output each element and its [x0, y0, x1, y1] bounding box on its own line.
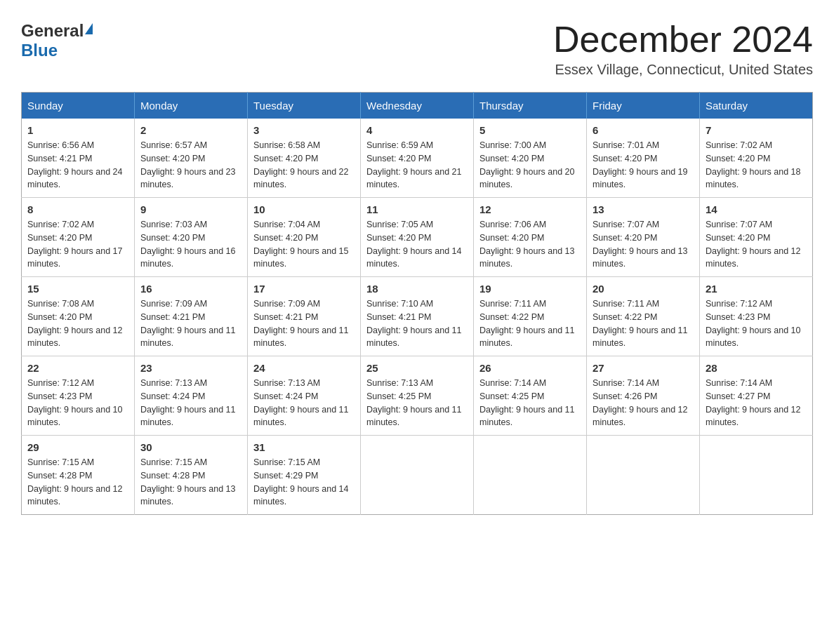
- logo-blue-text: Blue: [21, 41, 58, 60]
- logo: General Blue: [21, 21, 94, 60]
- location-title: Essex Village, Connecticut, United State…: [553, 62, 813, 78]
- day-info: Sunrise: 7:15 AMSunset: 4:29 PMDaylight:…: [253, 457, 349, 507]
- day-info: Sunrise: 7:10 AMSunset: 4:21 PMDaylight:…: [366, 299, 462, 348]
- table-row: 12 Sunrise: 7:06 AMSunset: 4:20 PMDaylig…: [474, 198, 587, 277]
- day-info: Sunrise: 7:06 AMSunset: 4:20 PMDaylight:…: [479, 220, 575, 269]
- table-row: 1 Sunrise: 6:56 AMSunset: 4:21 PMDayligh…: [22, 119, 135, 198]
- day-info: Sunrise: 7:07 AMSunset: 4:20 PMDaylight:…: [593, 220, 688, 269]
- header-wednesday: Wednesday: [361, 93, 474, 119]
- table-row: 2 Sunrise: 6:57 AMSunset: 4:20 PMDayligh…: [135, 119, 248, 198]
- table-row: 8 Sunrise: 7:02 AMSunset: 4:20 PMDayligh…: [22, 198, 135, 277]
- day-number: 13: [593, 203, 694, 215]
- table-row: 31 Sunrise: 7:15 AMSunset: 4:29 PMDaylig…: [248, 436, 361, 515]
- table-row: 24 Sunrise: 7:13 AMSunset: 4:24 PMDaylig…: [248, 356, 361, 436]
- day-number: 24: [253, 362, 355, 374]
- header-tuesday: Tuesday: [248, 93, 361, 119]
- table-row: [587, 436, 700, 515]
- day-number: 1: [27, 124, 128, 136]
- day-info: Sunrise: 7:07 AMSunset: 4:20 PMDaylight:…: [706, 220, 801, 269]
- day-info: Sunrise: 7:09 AMSunset: 4:21 PMDaylight:…: [140, 299, 236, 348]
- day-number: 7: [706, 124, 807, 136]
- day-info: Sunrise: 7:03 AMSunset: 4:20 PMDaylight:…: [140, 220, 236, 269]
- day-info: Sunrise: 7:02 AMSunset: 4:20 PMDaylight:…: [706, 140, 801, 189]
- day-number: 14: [706, 203, 807, 215]
- day-number: 20: [593, 283, 694, 295]
- header-sunday: Sunday: [22, 93, 135, 119]
- day-number: 11: [366, 203, 468, 215]
- day-number: 29: [27, 441, 128, 453]
- day-number: 9: [140, 203, 241, 215]
- table-row: 28 Sunrise: 7:14 AMSunset: 4:27 PMDaylig…: [700, 356, 813, 436]
- day-number: 28: [706, 362, 807, 374]
- table-row: 26 Sunrise: 7:14 AMSunset: 4:25 PMDaylig…: [474, 356, 587, 436]
- header-saturday: Saturday: [700, 93, 813, 119]
- calendar-week-row: 29 Sunrise: 7:15 AMSunset: 4:28 PMDaylig…: [22, 436, 813, 515]
- day-info: Sunrise: 7:14 AMSunset: 4:25 PMDaylight:…: [479, 378, 575, 427]
- table-row: 5 Sunrise: 7:00 AMSunset: 4:20 PMDayligh…: [474, 119, 587, 198]
- table-row: 18 Sunrise: 7:10 AMSunset: 4:21 PMDaylig…: [361, 277, 474, 356]
- table-row: 14 Sunrise: 7:07 AMSunset: 4:20 PMDaylig…: [700, 198, 813, 277]
- table-row: 21 Sunrise: 7:12 AMSunset: 4:23 PMDaylig…: [700, 277, 813, 356]
- day-info: Sunrise: 7:01 AMSunset: 4:20 PMDaylight:…: [593, 140, 688, 189]
- table-row: [361, 436, 474, 515]
- day-number: 19: [479, 283, 581, 295]
- day-number: 2: [140, 124, 241, 136]
- day-info: Sunrise: 6:59 AMSunset: 4:20 PMDaylight:…: [366, 140, 462, 189]
- day-info: Sunrise: 7:00 AMSunset: 4:20 PMDaylight:…: [479, 140, 575, 189]
- day-number: 3: [253, 124, 355, 136]
- table-row: 23 Sunrise: 7:13 AMSunset: 4:24 PMDaylig…: [135, 356, 248, 436]
- table-row: 29 Sunrise: 7:15 AMSunset: 4:28 PMDaylig…: [22, 436, 135, 515]
- calendar-header-row: Sunday Monday Tuesday Wednesday Thursday…: [22, 93, 813, 119]
- table-row: 25 Sunrise: 7:13 AMSunset: 4:25 PMDaylig…: [361, 356, 474, 436]
- day-info: Sunrise: 7:13 AMSunset: 4:24 PMDaylight:…: [140, 378, 236, 427]
- calendar-week-row: 22 Sunrise: 7:12 AMSunset: 4:23 PMDaylig…: [22, 356, 813, 436]
- logo-triangle-icon: [85, 23, 93, 34]
- table-row: 7 Sunrise: 7:02 AMSunset: 4:20 PMDayligh…: [700, 119, 813, 198]
- day-info: Sunrise: 7:12 AMSunset: 4:23 PMDaylight:…: [706, 299, 801, 348]
- day-info: Sunrise: 7:15 AMSunset: 4:28 PMDaylight:…: [140, 457, 236, 507]
- day-info: Sunrise: 7:14 AMSunset: 4:27 PMDaylight:…: [706, 378, 801, 427]
- header-friday: Friday: [587, 93, 700, 119]
- table-row: 9 Sunrise: 7:03 AMSunset: 4:20 PMDayligh…: [135, 198, 248, 277]
- day-number: 10: [253, 203, 355, 215]
- day-info: Sunrise: 7:02 AMSunset: 4:20 PMDaylight:…: [27, 220, 123, 269]
- day-info: Sunrise: 7:15 AMSunset: 4:28 PMDaylight:…: [27, 457, 123, 507]
- table-row: [474, 436, 587, 515]
- table-row: 11 Sunrise: 7:05 AMSunset: 4:20 PMDaylig…: [361, 198, 474, 277]
- day-info: Sunrise: 7:11 AMSunset: 4:22 PMDaylight:…: [479, 299, 575, 348]
- table-row: 4 Sunrise: 6:59 AMSunset: 4:20 PMDayligh…: [361, 119, 474, 198]
- day-info: Sunrise: 7:13 AMSunset: 4:25 PMDaylight:…: [366, 378, 462, 427]
- page-header: General Blue December 2024 Essex Village…: [21, 21, 813, 78]
- day-number: 4: [366, 124, 468, 136]
- table-row: 13 Sunrise: 7:07 AMSunset: 4:20 PMDaylig…: [587, 198, 700, 277]
- logo-general-text: General: [21, 21, 84, 41]
- day-info: Sunrise: 7:13 AMSunset: 4:24 PMDaylight:…: [253, 378, 349, 427]
- day-number: 8: [27, 203, 128, 215]
- header-thursday: Thursday: [474, 93, 587, 119]
- table-row: 27 Sunrise: 7:14 AMSunset: 4:26 PMDaylig…: [587, 356, 700, 436]
- day-number: 25: [366, 362, 468, 374]
- day-number: 23: [140, 362, 241, 374]
- day-info: Sunrise: 7:05 AMSunset: 4:20 PMDaylight:…: [366, 220, 462, 269]
- header-monday: Monday: [135, 93, 248, 119]
- day-number: 17: [253, 283, 355, 295]
- table-row: 6 Sunrise: 7:01 AMSunset: 4:20 PMDayligh…: [587, 119, 700, 198]
- day-number: 22: [27, 362, 128, 374]
- table-row: 16 Sunrise: 7:09 AMSunset: 4:21 PMDaylig…: [135, 277, 248, 356]
- table-row: 10 Sunrise: 7:04 AMSunset: 4:20 PMDaylig…: [248, 198, 361, 277]
- day-info: Sunrise: 6:57 AMSunset: 4:20 PMDaylight:…: [140, 140, 236, 189]
- day-info: Sunrise: 7:11 AMSunset: 4:22 PMDaylight:…: [593, 299, 688, 348]
- day-number: 30: [140, 441, 241, 453]
- title-block: December 2024 Essex Village, Connecticut…: [553, 21, 813, 78]
- day-number: 31: [253, 441, 355, 453]
- day-info: Sunrise: 7:09 AMSunset: 4:21 PMDaylight:…: [253, 299, 349, 348]
- day-info: Sunrise: 7:08 AMSunset: 4:20 PMDaylight:…: [27, 299, 123, 348]
- day-number: 15: [27, 283, 128, 295]
- table-row: 22 Sunrise: 7:12 AMSunset: 4:23 PMDaylig…: [22, 356, 135, 436]
- table-row: [700, 436, 813, 515]
- day-info: Sunrise: 7:04 AMSunset: 4:20 PMDaylight:…: [253, 220, 349, 269]
- day-info: Sunrise: 6:56 AMSunset: 4:21 PMDaylight:…: [27, 140, 123, 189]
- day-number: 5: [479, 124, 581, 136]
- day-number: 18: [366, 283, 468, 295]
- day-number: 21: [706, 283, 807, 295]
